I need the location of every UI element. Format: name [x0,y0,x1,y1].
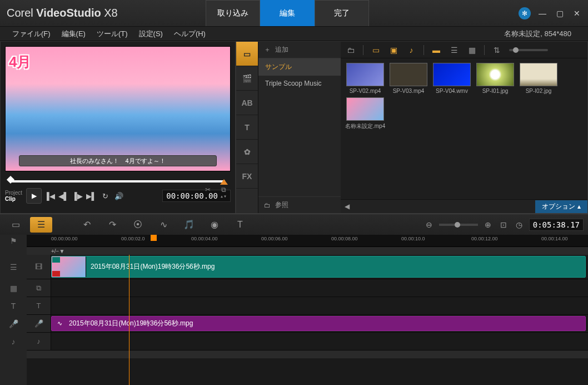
timeline-ruler[interactable]: 00.00:00.0000.00:02.000.00:04.0000.00:06… [27,235,588,247]
timeline-scrollbar[interactable] [27,351,588,358]
lib-media-button[interactable]: ▭ [236,42,258,66]
minimize-button[interactable]: — [536,8,549,19]
sort-icon[interactable]: ⇅ [491,45,502,55]
library-thumb[interactable]: SP-I01.jpg [475,63,515,94]
tl-marker-icon[interactable]: ⚑ [0,235,27,247]
thumbnail-size-slider[interactable] [509,49,548,51]
mode-labels[interactable]: Project Clip [5,190,22,202]
import-media-icon[interactable]: 🗀 [345,45,356,55]
tab-finish[interactable]: 完了 [315,0,369,26]
menu-help[interactable]: ヘルプ(H) [174,29,206,39]
voice-track-head[interactable]: 🎤 [27,315,51,332]
record-button[interactable]: ⦿ [127,217,149,233]
scrub-bar[interactable] [5,175,231,186]
maximize-button[interactable]: ▢ [554,8,566,19]
zoom-in-button[interactable]: ⊕ [482,220,494,230]
lib-instant-button[interactable]: 🎬 [236,66,258,91]
library-thumb[interactable]: 名称未設定.mp4 [345,97,385,130]
library-thumb[interactable]: SP-V02.mp4 [345,63,385,94]
music-track-head[interactable]: ♪ [27,333,51,350]
zoom-thumb[interactable] [455,222,460,228]
show-photo-icon[interactable]: ▣ [388,45,399,55]
preview-video[interactable]: 4月 社長のみなさん！ 4月ですよ～！ [5,46,231,171]
audio-clip[interactable]: ∿ 2015年08月31日(Mon)19時36分56秒.mpg [51,316,586,331]
menu-file[interactable]: ファイル(F) [12,29,51,39]
ruler-mark: 00.00:08.00 [331,236,358,241]
nav-tsm[interactable]: Triple Scoop Music [258,76,341,91]
duration-display[interactable]: 0:05:38.17 [529,219,584,231]
expand-icon[interactable]: ⧉ [218,185,228,195]
view-large-icon[interactable]: ▬ [431,45,442,55]
browse-button[interactable]: 🗀参照 [258,196,341,213]
tl-overlay-icon[interactable]: ▦ [0,279,27,297]
show-video-icon[interactable]: ▭ [370,45,381,55]
overlay-track-head[interactable]: ⧉ [27,279,51,297]
scissors-icon[interactable]: ✂ [203,185,213,195]
audio-mixer-button[interactable]: ∿ [152,217,175,233]
overlay-track-body[interactable] [51,279,588,297]
fit-project-button[interactable]: ⊡ [498,220,509,230]
library-thumb[interactable]: SP-V03.mp4 [388,63,428,94]
corel-guide-button[interactable]: ✻ [519,7,531,19]
video-clip[interactable]: 2015年08月31日(Mon)19時36分56秒.mpg [51,256,586,278]
view-grid-icon[interactable]: ▦ [466,45,477,55]
playhead-line[interactable] [129,255,129,385]
lib-title-button[interactable]: T [236,115,258,140]
repeat-button[interactable]: ↻ [99,190,111,202]
tab-edit[interactable]: 編集 [260,0,315,26]
browse-icon: 🗀 [264,201,271,209]
playhead-handle[interactable] [151,235,157,241]
library-toolbar: 🗀 ▭ ▣ ♪ ▬ ☰ ▦ ⇅ [341,42,587,58]
browse-label: 参照 [275,200,288,210]
scrub-end-marker[interactable] [220,179,228,185]
zoom-slider[interactable] [439,224,478,226]
zoom-out-button[interactable]: ⊖ [423,220,435,230]
prev-frame-button[interactable]: ◀▌ [57,190,69,202]
tl-title-icon[interactable]: T [0,297,27,315]
video-track-head[interactable]: 🎞 [27,255,51,279]
nav-sample[interactable]: サンプル [258,58,341,76]
ruler-mark: 00.00:10.0 [401,236,425,241]
tab-import[interactable]: 取り込み [206,0,260,26]
scrub-track[interactable] [11,180,225,182]
tl-music-icon[interactable]: ♪ [0,333,27,351]
tl-voice-icon[interactable]: 🎤 [0,315,27,333]
title-track-body[interactable] [51,297,588,314]
next-frame-button[interactable]: ▐▶ [71,190,83,202]
storyboard-view-button[interactable]: ▭ [4,217,27,233]
track-motion-button[interactable]: ◉ [203,217,226,233]
voice-track-body[interactable]: ∿ 2015年08月31日(Mon)19時36分56秒.mpg [51,315,588,332]
library-thumb[interactable]: SP-I02.jpg [519,63,559,94]
lib-transition-button[interactable]: AB [236,91,258,115]
close-button[interactable]: ✕ [571,8,582,19]
menu-edit[interactable]: 編集(E) [62,29,86,39]
timeline-view-button[interactable]: ☰ [30,217,52,233]
scroll-left-button[interactable]: ◀ [341,203,353,210]
tl-track-manager-icon[interactable]: ☰ [0,255,27,279]
options-button[interactable]: オプション▴ [535,200,587,213]
show-audio-icon[interactable]: ♪ [406,45,417,55]
title-track-head[interactable]: T [27,297,51,314]
auto-music-button[interactable]: 🎵 [178,217,200,233]
library-thumb[interactable]: SP-V04.wmv [432,63,472,94]
subtitle-button[interactable]: T [229,217,251,233]
play-button[interactable]: ▶ [26,188,42,204]
menu-settings[interactable]: 設定(S) [139,29,163,39]
add-folder-button[interactable]: ＋追加 [258,42,341,58]
lib-filter-button[interactable]: FX [236,164,258,189]
redo-button[interactable]: ↷ [101,217,123,233]
volume-button[interactable]: 🔊 [113,190,125,202]
undo-button[interactable]: ↶ [76,217,98,233]
audio-clip-label: 2015年08月31日(Mon)19時36分56秒.mpg [69,319,193,328]
end-button[interactable]: ▶▌ [85,190,97,202]
view-list-icon[interactable]: ☰ [449,45,460,55]
menu-tool[interactable]: ツール(T) [97,29,128,39]
home-button[interactable]: ▐◀ [43,190,56,202]
slider-thumb[interactable] [513,47,519,53]
thumb-label: SP-V04.wmv [436,88,468,94]
track-collapse-toggle[interactable]: +/−▼ [51,248,64,254]
options-label: オプション [542,202,575,211]
video-track-body[interactable]: 2015年08月31日(Mon)19時36分56秒.mpg [51,255,588,279]
music-track-body[interactable] [51,333,588,350]
lib-graphic-button[interactable]: ✿ [236,140,258,164]
